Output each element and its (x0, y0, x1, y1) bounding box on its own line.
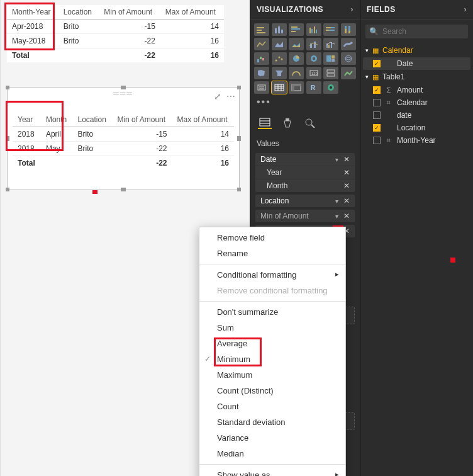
viz-stacked-area-icon[interactable] (289, 38, 304, 50)
search-input[interactable] (382, 27, 473, 36)
th-min[interactable]: Min of Amount (99, 5, 160, 20)
viz-waterfall-icon[interactable] (254, 52, 269, 65)
viz-map-icon[interactable] (341, 52, 356, 65)
chevron-down-icon[interactable]: ▾ (335, 213, 338, 220)
remove-field-icon[interactable]: ✕ (341, 168, 352, 177)
chevron-right-icon[interactable]: › (351, 5, 354, 14)
checkbox[interactable] (373, 99, 381, 106)
viz-funnel-icon[interactable] (272, 67, 287, 79)
menu-sum[interactable]: Sum (199, 320, 345, 336)
fields-header[interactable]: FIELDS › (360, 0, 473, 20)
expand-icon[interactable]: ▾ (365, 74, 369, 80)
checkbox[interactable]: ✓ (373, 60, 381, 67)
field-month-year[interactable]: ⌗ Month-Year (360, 134, 473, 147)
fields-tab[interactable] (258, 116, 272, 129)
viz-100-stacked-column-icon[interactable] (341, 23, 356, 36)
viz-gauge-icon[interactable] (289, 67, 304, 79)
remove-field-icon[interactable]: ✕ (341, 181, 352, 190)
viz-stacked-column-icon[interactable] (272, 23, 287, 36)
viz-line-icon[interactable] (254, 38, 269, 50)
resize-handle[interactable] (6, 86, 9, 89)
viz-line-stacked-column-icon[interactable] (306, 38, 321, 50)
well-item-min-amount[interactable]: Min of Amount ▾ ✕ (255, 210, 355, 222)
remove-field-icon[interactable]: ✕ (341, 212, 352, 220)
viz-donut-icon[interactable] (306, 52, 321, 65)
resize-handle[interactable] (6, 188, 9, 191)
menu-standard-deviation[interactable]: Standard deviation (199, 414, 345, 430)
field-date2[interactable]: date (360, 109, 473, 122)
resize-handle[interactable] (237, 188, 241, 191)
checkbox[interactable] (373, 137, 381, 144)
table-row[interactable]: 2018 April Brito -15 14 (13, 127, 234, 142)
format-tab[interactable] (281, 116, 294, 129)
menu-remove-field[interactable]: Remove field (199, 230, 345, 246)
th-year[interactable]: Year (13, 113, 41, 127)
well-item-date[interactable]: Date ▾ ✕ (255, 153, 355, 166)
viz-pie-icon[interactable] (289, 52, 304, 65)
menu-variance[interactable]: Variance (199, 430, 345, 446)
viz-stacked-bar-icon[interactable] (254, 23, 269, 36)
chevron-down-icon[interactable]: ▾ (335, 198, 338, 205)
viz-kpi-icon[interactable] (341, 67, 356, 79)
checkbox[interactable] (373, 111, 381, 119)
menu-minimum[interactable]: ✓ Minimum (199, 351, 345, 367)
table-row[interactable]: May-2018 Brito -22 16 (7, 34, 224, 48)
th-month[interactable]: Month (41, 113, 73, 127)
field-location[interactable]: ✓ Location (360, 122, 473, 134)
focus-mode-icon[interactable]: ⤢ (214, 91, 221, 101)
checkbox[interactable]: ✓ (373, 124, 381, 132)
viz-100-stacked-bar-icon[interactable] (323, 23, 338, 36)
resize-handle[interactable] (121, 86, 126, 89)
th-month-year[interactable]: Month-Year (7, 5, 58, 20)
viz-slicer-icon[interactable] (254, 81, 269, 94)
viz-matrix-icon[interactable] (289, 81, 304, 94)
menu-dont-summarize[interactable]: Don't summarize (199, 304, 345, 320)
th-location[interactable]: Location (73, 113, 113, 127)
th-location[interactable]: Location (58, 5, 99, 20)
menu-rename[interactable]: Rename (199, 246, 345, 261)
viz-treemap-icon[interactable] (323, 52, 338, 65)
values-well[interactable]: Min of Amount ▾ ✕ (255, 210, 355, 222)
chevron-down-icon[interactable]: ▾ (335, 156, 338, 163)
viz-arcgis-icon[interactable] (323, 81, 338, 94)
table-visual-2-container[interactable]: ═══ ⤢ ⋯ Year Month Location Min of Amoun… (7, 87, 240, 190)
well-item-location[interactable]: Location ▾ ✕ (255, 195, 355, 207)
resize-handle[interactable] (237, 86, 241, 89)
table-row[interactable]: Apr-2018 Brito -15 14 (7, 20, 224, 34)
remove-field-icon[interactable]: ✕ (341, 196, 352, 205)
field-amount[interactable]: ✓ Σ Amount (360, 84, 473, 96)
table-visual-1[interactable]: Month-Year Location Min of Amount Max of… (7, 5, 224, 62)
chevron-right-icon[interactable]: › (464, 5, 467, 14)
import-custom-visual-icon[interactable]: ••• (250, 94, 360, 110)
th-max[interactable]: Max of Amount (160, 5, 224, 20)
viz-multi-row-card-icon[interactable] (323, 67, 338, 79)
values-well[interactable]: Location ▾ ✕ (255, 195, 355, 207)
well-item-date-year[interactable]: Year ✕ (255, 166, 355, 179)
viz-card-icon[interactable]: 123 (306, 67, 321, 79)
fields-search[interactable]: 🔍 (365, 25, 468, 38)
menu-conditional-formatting[interactable]: Conditional formatting ▸ (199, 267, 345, 283)
th-max[interactable]: Max of Amount (172, 113, 234, 127)
resize-handle[interactable] (6, 136, 9, 141)
menu-maximum[interactable]: Maximum (199, 367, 345, 383)
values-well[interactable]: Date ▾ ✕ Year ✕ Month ✕ (255, 153, 355, 192)
menu-show-value-as[interactable]: Show value as ▸ (199, 467, 345, 476)
table-node-table1[interactable]: ▾ ▦ Table1 (360, 70, 473, 84)
menu-median[interactable]: Median (199, 446, 345, 462)
viz-clustered-column-icon[interactable] (306, 23, 321, 36)
analytics-tab[interactable] (303, 116, 317, 129)
field-date[interactable]: ✓ Date (363, 57, 470, 70)
viz-clustered-bar-icon[interactable] (289, 23, 304, 36)
menu-count-distinct[interactable]: Count (Distinct) (199, 383, 345, 399)
menu-average[interactable]: Average (199, 336, 345, 351)
resize-handle[interactable] (121, 188, 126, 191)
viz-r-script-icon[interactable]: R (306, 81, 321, 94)
visualizations-header[interactable]: VISUALIZATIONS › (250, 0, 360, 20)
expand-icon[interactable]: ▾ (365, 47, 369, 54)
viz-scatter-icon[interactable] (272, 52, 287, 65)
viz-table-icon[interactable] (272, 81, 287, 94)
resize-handle[interactable] (237, 136, 241, 141)
remove-field-icon[interactable]: ✕ (341, 155, 352, 164)
viz-filled-map-icon[interactable] (254, 67, 269, 79)
table-node-calendar[interactable]: ▾ ▦ Calendar (360, 43, 473, 57)
